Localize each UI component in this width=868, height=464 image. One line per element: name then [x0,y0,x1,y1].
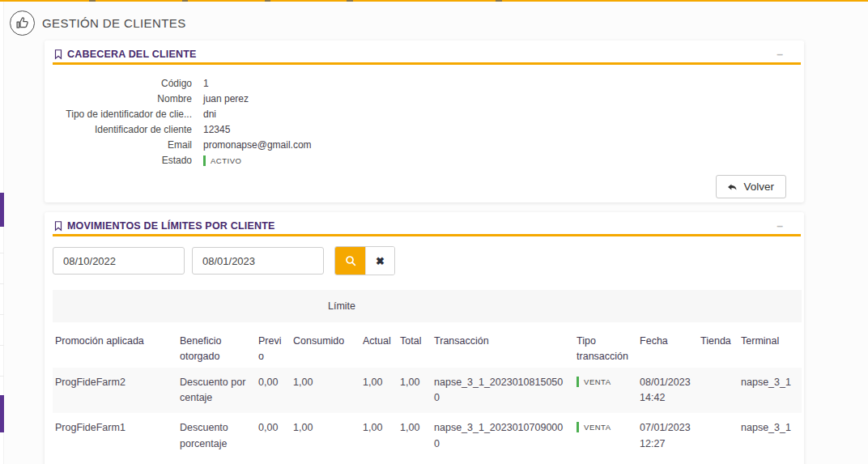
page-header: GESTIÓN DE CLIENTES [10,11,186,36]
bookmark-icon [53,49,64,60]
thumbs-up-icon [10,11,35,36]
transaction-type-badge: VENTA [577,420,611,434]
col-promocion: Promoción aplicada [53,322,177,368]
limits-movements-table: Límite Promoción aplicada Beneficio otor… [53,290,802,459]
cell-fecha: 07/01/2023 12:27 [637,413,698,459]
date-to-input[interactable] [192,247,324,275]
field-label: Tipo de identificador de clie... [53,109,192,120]
cell-total: 1,00 [398,368,432,414]
search-button[interactable] [335,247,365,275]
cell-tipo-transaccion: VENTA [574,413,637,459]
field-codigo: Código 1 [53,78,801,89]
sidebar-divider [0,253,4,253]
col-actual: Actual [360,322,398,368]
field-value: 12345 [203,124,230,135]
client-header-card: CABECERA DEL CLIENTE – Código 1 Nombre j… [45,40,804,202]
col-tipo-transaccion: Tipo transacción [574,322,637,368]
volver-button[interactable]: Volver [716,175,786,198]
cell-fecha: 08/01/2023 14:42 [637,368,698,414]
cell-total: 1,00 [398,413,432,459]
sidebar-active-item-indicator[interactable] [0,395,4,432]
back-arrow-icon [726,181,738,193]
col-total: Total [398,322,432,368]
sidebar-divider [0,376,4,377]
clear-filter-button[interactable]: ✖ [365,247,394,275]
search-icon [344,254,357,267]
col-consumido: Consumido [291,322,360,368]
date-from-input[interactable] [53,247,185,275]
collapsed-sidebar[interactable] [0,2,4,464]
cell-tienda [698,368,738,414]
top-accent-line [0,0,868,2]
collapse-section-button[interactable]: – [777,49,783,60]
movements-card: MOVIMIENTOS DE LÍMITES POR CLIENTE – ✖ [45,212,804,464]
field-label: Email [53,139,192,151]
table-header-row: Promoción aplicada Beneficio otorgado Pr… [53,322,802,368]
field-label: Estado [53,155,192,166]
movements-section-header: MOVIMIENTOS DE LÍMITES POR CLIENTE – [53,212,801,236]
cell-previo: 0,00 [256,368,291,414]
bookmark-icon [53,220,64,232]
sidebar-divider [0,345,4,346]
client-header-section-title: CABECERA DEL CLIENTE [53,49,197,60]
sidebar-divider [0,314,4,315]
cell-terminal: napse_3_1 [738,413,802,459]
field-value: promonapse@gmail.com [203,139,312,151]
field-estado: Estado ACTIVO [53,155,801,166]
table-group-header-row: Límite [53,290,802,322]
cell-actual: 1,00 [360,413,398,459]
field-value: dni [203,109,216,120]
col-fecha: Fecha [637,322,698,368]
client-header-section-header: CABECERA DEL CLIENTE – [53,40,801,65]
field-nombre: Nombre juan perez [53,93,801,104]
collapse-section-button[interactable]: – [777,220,783,232]
field-label: Identificador de cliente [53,124,192,135]
field-tipo-identificador: Tipo de identificador de clie... dni [53,109,801,120]
status-text: ACTIVO [211,156,241,165]
transaction-type-indicator-bar [577,422,579,432]
col-previo: Previo [256,322,291,368]
transaction-type-badge: VENTA [577,375,611,389]
page-title: GESTIÓN DE CLIENTES [42,16,186,30]
field-email: Email promonapse@gmail.com [53,139,801,151]
field-value: juan perez [203,93,249,104]
cell-consumido: 1,00 [291,413,360,459]
filter-buttons: ✖ [334,246,395,275]
cell-transaccion: napse_3_1_20230107090000 [432,413,574,459]
cell-transaccion: napse_3_1_20230108150500 [432,368,574,414]
cell-consumido: 1,00 [291,368,360,414]
cell-beneficio: Descuento porcentaje [177,413,256,459]
sidebar-active-item-indicator[interactable] [0,193,4,227]
limite-group-header: Límite [256,290,432,322]
table-row[interactable]: ProgFideFarm1 Descuento porcentaje 0,00 … [53,413,802,459]
col-transaccion: Transacción [432,322,574,368]
col-terminal: Terminal [738,322,802,368]
field-identificador: Identificador de cliente 12345 [53,124,801,135]
cell-tipo-transaccion: VENTA [574,368,637,414]
field-label: Código [53,78,192,89]
sidebar-divider [0,283,4,284]
cell-promocion: ProgFideFarm1 [53,413,177,459]
cell-tienda [698,413,738,459]
table-row[interactable]: ProgFideFarm2 Descuento por centaje 0,00… [53,368,802,414]
field-value: 1 [203,78,209,89]
close-icon: ✖ [376,255,385,267]
cell-promocion: ProgFideFarm2 [53,368,177,414]
field-label: Nombre [53,93,192,104]
cell-terminal: napse_3_1 [738,368,802,414]
status-indicator-bar [203,155,206,166]
movements-section-title: MOVIMIENTOS DE LÍMITES POR CLIENTE [53,220,275,232]
client-fields: Código 1 Nombre juan perez Tipo de ident… [53,78,801,166]
cell-previo: 0,00 [256,413,291,459]
date-filter-row: ✖ [53,246,801,275]
cell-beneficio: Descuento por centaje [177,368,256,414]
cell-actual: 1,00 [360,368,398,414]
col-tienda: Tienda [698,322,738,368]
status-badge: ACTIVO [203,155,241,166]
col-beneficio: Beneficio otorgado [177,322,256,368]
transaction-type-indicator-bar [577,377,579,387]
